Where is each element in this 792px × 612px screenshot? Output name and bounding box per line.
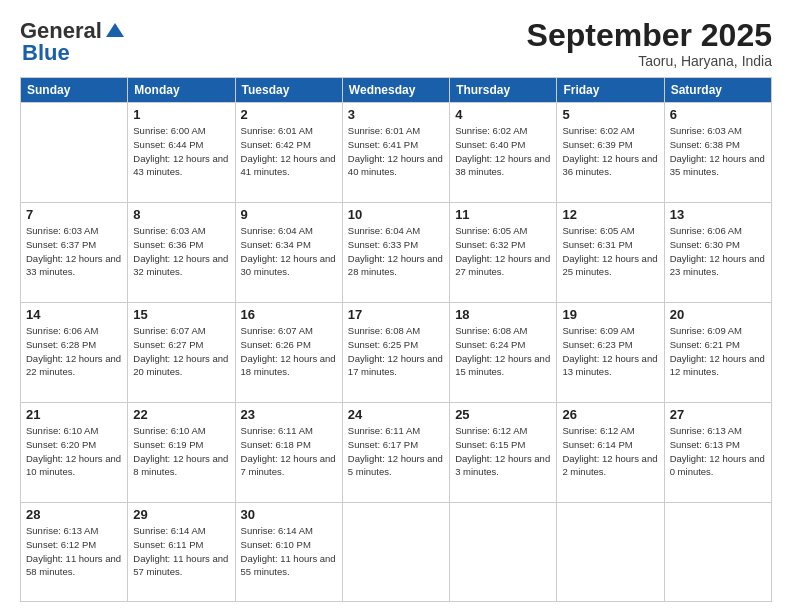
day-info: Sunrise: 6:13 AMSunset: 6:12 PMDaylight:… [26,525,121,577]
header-thursday: Thursday [450,78,557,103]
calendar-cell: 3 Sunrise: 6:01 AMSunset: 6:41 PMDayligh… [342,103,449,203]
calendar-cell: 21 Sunrise: 6:10 AMSunset: 6:20 PMDaylig… [21,403,128,503]
svg-marker-0 [106,23,124,37]
day-number: 4 [455,107,551,122]
day-info: Sunrise: 6:10 AMSunset: 6:20 PMDaylight:… [26,425,121,477]
day-info: Sunrise: 6:14 AMSunset: 6:10 PMDaylight:… [241,525,336,577]
calendar-cell: 20 Sunrise: 6:09 AMSunset: 6:21 PMDaylig… [664,303,771,403]
header-wednesday: Wednesday [342,78,449,103]
day-number: 24 [348,407,444,422]
day-number: 30 [241,507,337,522]
day-number: 16 [241,307,337,322]
calendar-cell: 28 Sunrise: 6:13 AMSunset: 6:12 PMDaylig… [21,503,128,602]
day-info: Sunrise: 6:06 AMSunset: 6:28 PMDaylight:… [26,325,121,377]
calendar-table: Sunday Monday Tuesday Wednesday Thursday… [20,77,772,602]
day-info: Sunrise: 6:01 AMSunset: 6:41 PMDaylight:… [348,125,443,177]
calendar-cell: 6 Sunrise: 6:03 AMSunset: 6:38 PMDayligh… [664,103,771,203]
day-number: 17 [348,307,444,322]
calendar-cell: 1 Sunrise: 6:00 AMSunset: 6:44 PMDayligh… [128,103,235,203]
weekday-header-row: Sunday Monday Tuesday Wednesday Thursday… [21,78,772,103]
calendar-cell: 27 Sunrise: 6:13 AMSunset: 6:13 PMDaylig… [664,403,771,503]
title-block: September 2025 Taoru, Haryana, India [527,18,772,69]
calendar-cell: 13 Sunrise: 6:06 AMSunset: 6:30 PMDaylig… [664,203,771,303]
day-info: Sunrise: 6:03 AMSunset: 6:38 PMDaylight:… [670,125,765,177]
calendar-cell: 16 Sunrise: 6:07 AMSunset: 6:26 PMDaylig… [235,303,342,403]
calendar-cell: 30 Sunrise: 6:14 AMSunset: 6:10 PMDaylig… [235,503,342,602]
calendar-cell [342,503,449,602]
logo-blue: Blue [22,40,70,66]
day-number: 27 [670,407,766,422]
calendar-cell: 26 Sunrise: 6:12 AMSunset: 6:14 PMDaylig… [557,403,664,503]
header-tuesday: Tuesday [235,78,342,103]
day-number: 13 [670,207,766,222]
day-number: 29 [133,507,229,522]
day-number: 26 [562,407,658,422]
header-monday: Monday [128,78,235,103]
calendar-cell [664,503,771,602]
day-number: 2 [241,107,337,122]
day-info: Sunrise: 6:14 AMSunset: 6:11 PMDaylight:… [133,525,228,577]
day-info: Sunrise: 6:11 AMSunset: 6:18 PMDaylight:… [241,425,336,477]
day-info: Sunrise: 6:00 AMSunset: 6:44 PMDaylight:… [133,125,228,177]
header: General Blue September 2025 Taoru, Harya… [20,18,772,69]
day-info: Sunrise: 6:01 AMSunset: 6:42 PMDaylight:… [241,125,336,177]
day-number: 14 [26,307,122,322]
day-info: Sunrise: 6:09 AMSunset: 6:21 PMDaylight:… [670,325,765,377]
calendar-cell: 24 Sunrise: 6:11 AMSunset: 6:17 PMDaylig… [342,403,449,503]
day-number: 18 [455,307,551,322]
calendar-cell: 19 Sunrise: 6:09 AMSunset: 6:23 PMDaylig… [557,303,664,403]
calendar-cell: 22 Sunrise: 6:10 AMSunset: 6:19 PMDaylig… [128,403,235,503]
day-info: Sunrise: 6:05 AMSunset: 6:32 PMDaylight:… [455,225,550,277]
page: General Blue September 2025 Taoru, Harya… [0,0,792,612]
day-info: Sunrise: 6:13 AMSunset: 6:13 PMDaylight:… [670,425,765,477]
day-number: 7 [26,207,122,222]
calendar-cell: 8 Sunrise: 6:03 AMSunset: 6:36 PMDayligh… [128,203,235,303]
day-number: 22 [133,407,229,422]
day-number: 21 [26,407,122,422]
day-info: Sunrise: 6:11 AMSunset: 6:17 PMDaylight:… [348,425,443,477]
day-number: 10 [348,207,444,222]
logo-icon [104,19,126,41]
calendar-cell: 18 Sunrise: 6:08 AMSunset: 6:24 PMDaylig… [450,303,557,403]
day-info: Sunrise: 6:08 AMSunset: 6:24 PMDaylight:… [455,325,550,377]
day-info: Sunrise: 6:05 AMSunset: 6:31 PMDaylight:… [562,225,657,277]
calendar-cell: 25 Sunrise: 6:12 AMSunset: 6:15 PMDaylig… [450,403,557,503]
day-info: Sunrise: 6:12 AMSunset: 6:15 PMDaylight:… [455,425,550,477]
calendar-cell: 15 Sunrise: 6:07 AMSunset: 6:27 PMDaylig… [128,303,235,403]
calendar-cell: 23 Sunrise: 6:11 AMSunset: 6:18 PMDaylig… [235,403,342,503]
day-number: 23 [241,407,337,422]
day-info: Sunrise: 6:09 AMSunset: 6:23 PMDaylight:… [562,325,657,377]
day-number: 8 [133,207,229,222]
logo: General Blue [20,18,126,66]
header-friday: Friday [557,78,664,103]
calendar-cell [557,503,664,602]
day-info: Sunrise: 6:04 AMSunset: 6:34 PMDaylight:… [241,225,336,277]
day-number: 11 [455,207,551,222]
day-info: Sunrise: 6:08 AMSunset: 6:25 PMDaylight:… [348,325,443,377]
day-info: Sunrise: 6:10 AMSunset: 6:19 PMDaylight:… [133,425,228,477]
day-info: Sunrise: 6:02 AMSunset: 6:39 PMDaylight:… [562,125,657,177]
calendar-cell: 7 Sunrise: 6:03 AMSunset: 6:37 PMDayligh… [21,203,128,303]
day-info: Sunrise: 6:02 AMSunset: 6:40 PMDaylight:… [455,125,550,177]
calendar-cell: 10 Sunrise: 6:04 AMSunset: 6:33 PMDaylig… [342,203,449,303]
day-number: 6 [670,107,766,122]
location: Taoru, Haryana, India [527,53,772,69]
day-number: 5 [562,107,658,122]
header-saturday: Saturday [664,78,771,103]
header-sunday: Sunday [21,78,128,103]
calendar-cell: 9 Sunrise: 6:04 AMSunset: 6:34 PMDayligh… [235,203,342,303]
day-number: 25 [455,407,551,422]
day-info: Sunrise: 6:06 AMSunset: 6:30 PMDaylight:… [670,225,765,277]
calendar-cell: 4 Sunrise: 6:02 AMSunset: 6:40 PMDayligh… [450,103,557,203]
day-number: 28 [26,507,122,522]
calendar-cell: 11 Sunrise: 6:05 AMSunset: 6:32 PMDaylig… [450,203,557,303]
day-info: Sunrise: 6:03 AMSunset: 6:36 PMDaylight:… [133,225,228,277]
day-number: 15 [133,307,229,322]
day-number: 12 [562,207,658,222]
day-number: 3 [348,107,444,122]
day-number: 1 [133,107,229,122]
day-info: Sunrise: 6:07 AMSunset: 6:26 PMDaylight:… [241,325,336,377]
calendar-cell [21,103,128,203]
calendar-cell [450,503,557,602]
day-info: Sunrise: 6:03 AMSunset: 6:37 PMDaylight:… [26,225,121,277]
